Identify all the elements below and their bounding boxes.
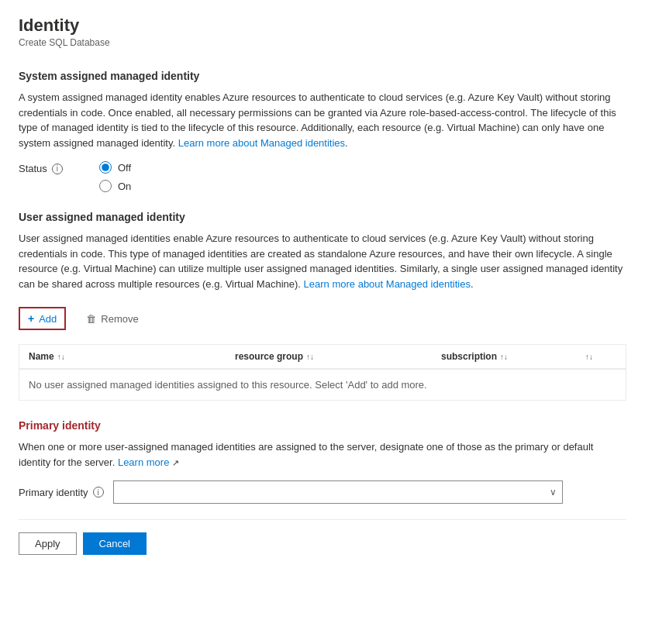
page-title: Identity <box>19 15 626 36</box>
status-on-radio[interactable] <box>99 180 112 192</box>
remove-label: Remove <box>101 313 138 325</box>
status-radio-group: Off On <box>99 161 131 192</box>
status-row: Status i Off On <box>19 161 626 192</box>
status-off-option[interactable]: Off <box>99 161 131 174</box>
add-label: Add <box>39 313 57 325</box>
add-button[interactable]: + Add <box>19 307 66 330</box>
primary-identity-section: Primary identity When one or more user-a… <box>19 419 626 504</box>
primary-identity-title: Primary identity <box>19 419 626 432</box>
col-name[interactable]: Name ↑↓ <box>29 351 173 362</box>
status-info-icon[interactable]: i <box>52 164 63 174</box>
table-header: Name ↑↓ resource group ↑↓ subscription ↑… <box>19 345 626 369</box>
system-assigned-section: System assigned managed identity A syste… <box>19 70 626 192</box>
user-assigned-learn-more[interactable]: Learn more about Managed identities <box>304 278 471 290</box>
remove-button[interactable]: 🗑 Remove <box>78 309 146 329</box>
col-extra: ↑↓ <box>585 351 616 362</box>
col-resource-group[interactable]: resource group ↑↓ <box>235 351 379 362</box>
user-assigned-section: User assigned managed identity User assi… <box>19 211 626 401</box>
cancel-button[interactable]: Cancel <box>83 532 147 555</box>
add-remove-row: + Add 🗑 Remove <box>19 302 626 335</box>
primary-identity-info-icon[interactable]: i <box>93 487 104 498</box>
primary-identity-select[interactable] <box>113 480 563 504</box>
sort-name-icon[interactable]: ↑↓ <box>57 353 65 361</box>
primary-identity-description: When one or more user-assigned managed i… <box>19 439 626 470</box>
breadcrumb: Create SQL Database <box>19 37 626 48</box>
primary-identity-learn-more[interactable]: Learn more <box>118 456 169 468</box>
system-assigned-title: System assigned managed identity <box>19 70 626 82</box>
external-link-icon: ↗ <box>172 458 179 467</box>
primary-identity-dropdown-wrapper: ∨ <box>113 480 563 504</box>
system-assigned-learn-more[interactable]: Learn more about Managed identities <box>178 137 345 149</box>
status-off-radio[interactable] <box>99 161 112 174</box>
status-on-option[interactable]: On <box>99 180 131 192</box>
sort-sub-icon[interactable]: ↑↓ <box>500 353 508 361</box>
footer-buttons: Apply Cancel <box>19 532 626 555</box>
status-off-label: Off <box>118 162 131 174</box>
primary-identity-label: Primary identity i <box>19 487 104 498</box>
apply-button[interactable]: Apply <box>19 532 77 555</box>
system-assigned-description: A system assigned managed identity enabl… <box>19 90 626 150</box>
col-subscription[interactable]: subscription ↑↓ <box>441 351 585 362</box>
primary-identity-row: Primary identity i ∨ <box>19 480 626 504</box>
plus-icon: + <box>28 312 34 325</box>
sort-rg-icon[interactable]: ↑↓ <box>306 353 314 361</box>
footer-divider <box>19 519 626 520</box>
user-assigned-table: Name ↑↓ resource group ↑↓ subscription ↑… <box>19 344 626 401</box>
user-assigned-description: User assigned managed identities enable … <box>19 231 626 291</box>
status-label: Status i <box>19 161 81 174</box>
trash-icon: 🗑 <box>86 313 96 325</box>
status-on-label: On <box>118 181 131 192</box>
user-assigned-title: User assigned managed identity <box>19 211 626 223</box>
table-empty-message: No user assigned managed identities assi… <box>19 369 626 400</box>
